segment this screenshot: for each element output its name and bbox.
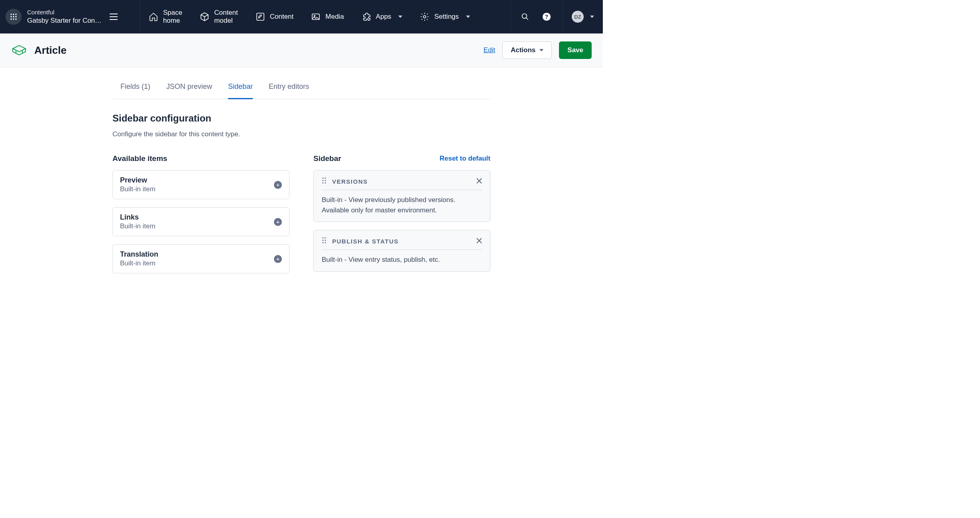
- grid-icon: [10, 13, 17, 20]
- add-button[interactable]: +: [274, 255, 282, 263]
- nav-label: Content: [270, 13, 294, 21]
- environment-menu-button[interactable]: [107, 10, 120, 23]
- sidebar-heading: Sidebar: [313, 154, 341, 163]
- svg-point-23: [325, 237, 326, 238]
- nav-apps[interactable]: Apps: [353, 0, 411, 33]
- svg-point-0: [10, 14, 12, 15]
- remove-button[interactable]: [476, 177, 482, 186]
- available-item-links: Links Built-in item +: [112, 207, 289, 236]
- drag-handle[interactable]: [322, 237, 327, 245]
- chevron-down-icon: [539, 49, 543, 51]
- chevron-down-icon: [466, 16, 470, 18]
- svg-point-2: [15, 14, 17, 15]
- tabs: Fields (1) JSON preview Sidebar Entry ed…: [112, 71, 490, 99]
- nav-label: Spacehome: [163, 9, 182, 25]
- sidebar-config-section: Sidebar configuration Configure the side…: [112, 99, 490, 281]
- available-item-sub: Built-in item: [120, 222, 155, 230]
- quill-icon: [256, 12, 265, 22]
- actions-button[interactable]: Actions: [502, 41, 552, 59]
- avatar: DZ: [572, 11, 584, 23]
- svg-point-20: [322, 182, 323, 183]
- svg-point-6: [10, 18, 12, 20]
- main-content: Fields (1) JSON preview Sidebar Entry ed…: [112, 67, 490, 281]
- help-button[interactable]: ?: [541, 11, 552, 22]
- drag-handle[interactable]: [322, 177, 327, 186]
- drag-icon: [322, 177, 327, 184]
- workbench-left: Article: [11, 43, 67, 57]
- save-button[interactable]: Save: [559, 41, 592, 59]
- plus-icon: +: [276, 182, 280, 188]
- nav-media[interactable]: Media: [302, 0, 352, 33]
- available-item-preview: Preview Built-in item +: [112, 170, 289, 199]
- available-item-title: Preview: [120, 176, 155, 184]
- available-item-sub: Built-in item: [120, 259, 158, 267]
- nav-content[interactable]: Content: [247, 0, 303, 33]
- svg-text:?: ?: [545, 14, 548, 20]
- remove-button[interactable]: [476, 237, 482, 245]
- section-description: Configure the sidebar for this content t…: [112, 130, 490, 138]
- media-icon: [311, 12, 321, 22]
- svg-point-5: [15, 16, 17, 18]
- sidebar-items-column: Sidebar Reset to default VERSIONS Built-…: [313, 154, 490, 281]
- reset-to-default-link[interactable]: Reset to default: [439, 155, 490, 163]
- svg-point-3: [10, 16, 12, 18]
- svg-point-26: [322, 242, 323, 243]
- sidebar-item-desc: Built-in - View entry status, publish, e…: [322, 250, 482, 265]
- available-item-title: Links: [120, 213, 155, 222]
- topnav-right: ? DZ: [510, 0, 603, 33]
- nav-label: Contentmodel: [214, 9, 238, 25]
- home-icon: [149, 12, 158, 22]
- svg-point-18: [322, 180, 323, 181]
- nav-content-model[interactable]: Contentmodel: [191, 0, 247, 33]
- section-heading: Sidebar configuration: [112, 113, 490, 124]
- svg-point-4: [13, 16, 14, 18]
- top-navigation: Contentful Gatsby Starter for Con… Space…: [0, 0, 603, 33]
- svg-point-1: [13, 14, 14, 15]
- brand-label: Contentful: [27, 8, 102, 16]
- drag-icon: [322, 237, 327, 244]
- space-selector[interactable]: Contentful Gatsby Starter for Con…: [27, 8, 102, 25]
- search-button[interactable]: [520, 11, 531, 22]
- content-type-icon: [11, 43, 27, 57]
- nav-label: Apps: [376, 13, 392, 21]
- account-menu[interactable]: DZ: [563, 0, 594, 33]
- svg-point-11: [314, 16, 315, 17]
- box-icon: [200, 12, 209, 22]
- available-item-sub: Built-in item: [120, 185, 155, 193]
- gear-icon: [420, 12, 429, 22]
- available-item-translation: Translation Built-in item +: [112, 244, 289, 273]
- search-icon: [521, 13, 529, 21]
- svg-point-21: [325, 182, 326, 183]
- help-icon: ?: [542, 12, 551, 21]
- available-items-column: Available items Preview Built-in item + …: [112, 154, 289, 281]
- menu-icon: [110, 14, 118, 20]
- nav-label: Settings: [434, 13, 459, 21]
- edit-link[interactable]: Edit: [484, 46, 495, 54]
- topnav-left: Contentful Gatsby Starter for Con…: [0, 0, 140, 33]
- plus-icon: +: [276, 256, 280, 262]
- actions-label: Actions: [511, 46, 535, 54]
- tab-json-preview[interactable]: JSON preview: [166, 82, 212, 99]
- svg-point-27: [325, 242, 326, 243]
- svg-point-8: [15, 18, 17, 20]
- nav-settings[interactable]: Settings: [411, 0, 478, 33]
- nav-space-home[interactable]: Spacehome: [140, 0, 191, 33]
- close-icon: [476, 238, 482, 243]
- svg-point-22: [322, 237, 323, 238]
- available-heading: Available items: [112, 154, 167, 163]
- config-columns: Available items Preview Built-in item + …: [112, 154, 490, 281]
- svg-point-13: [522, 14, 527, 19]
- add-button[interactable]: +: [274, 181, 282, 189]
- tab-sidebar[interactable]: Sidebar: [228, 82, 253, 99]
- svg-point-19: [325, 180, 326, 181]
- plus-icon: +: [276, 219, 280, 225]
- workbench-actions: Edit Actions Save: [484, 41, 592, 59]
- chevron-down-icon: [590, 16, 594, 18]
- sidebar-item-publish-status: PUBLISH & STATUS Built-in - View entry s…: [313, 230, 490, 272]
- tab-entry-editors[interactable]: Entry editors: [269, 82, 309, 99]
- tab-fields[interactable]: Fields (1): [120, 82, 150, 99]
- available-item-title: Translation: [120, 250, 158, 259]
- add-button[interactable]: +: [274, 218, 282, 226]
- app-switcher-button[interactable]: [6, 9, 22, 25]
- svg-point-24: [322, 239, 323, 241]
